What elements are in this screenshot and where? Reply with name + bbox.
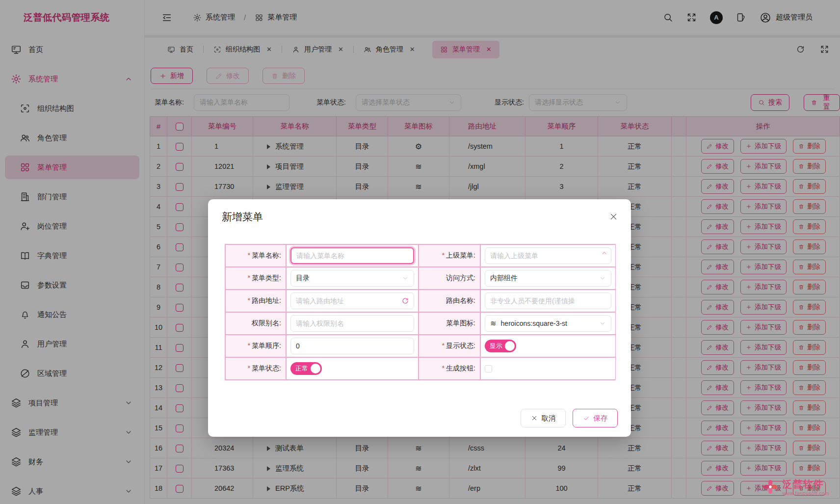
cancel-button[interactable]: 取消 <box>521 409 566 427</box>
gen-button-checkbox[interactable] <box>485 365 492 372</box>
menu-status-label: 菜单状态: <box>248 364 281 373</box>
pinwheel-logo-icon <box>762 478 779 495</box>
refresh-icon[interactable] <box>401 297 409 305</box>
parent-menu-label: 上级菜单: <box>442 251 475 260</box>
chevron-down-icon <box>599 320 606 327</box>
route-path-input[interactable] <box>290 292 414 309</box>
access-mode-label: 访问方式: <box>446 274 475 283</box>
parent-menu-input[interactable] <box>485 247 611 264</box>
display-status-toggle[interactable]: 显示 <box>485 340 516 352</box>
vendor-watermark: 泛普软件 www.fanpusoft.com <box>762 477 829 496</box>
menu-icon-select[interactable]: ≋heroicons:square-3-st <box>485 315 611 332</box>
gen-button-label: 生成按钮: <box>442 364 475 373</box>
watermark-name: 泛普软件 <box>783 477 829 491</box>
access-mode-select[interactable]: 内部组件 <box>485 270 611 287</box>
add-menu-modal: 新增菜单 菜单名称: 上级菜单: 菜单类型: 目录 访问方式: 内部组件 路由地… <box>208 199 631 437</box>
menu-order-input[interactable] <box>290 338 414 354</box>
layers-icon: ≋ <box>490 319 497 328</box>
chevron-down-icon <box>599 275 606 282</box>
route-name-input[interactable] <box>485 292 611 309</box>
menu-name-input[interactable] <box>290 247 414 264</box>
display-status-label: 显示状态: <box>442 342 475 350</box>
menu-icon-label: 菜单图标: <box>446 319 475 328</box>
toggle-knob <box>311 364 320 373</box>
menu-type-label: 菜单类型: <box>248 274 281 283</box>
check-icon <box>583 415 590 422</box>
route-name-label: 路由名称: <box>446 296 475 305</box>
save-button[interactable]: 保存 <box>573 409 618 427</box>
route-path-label: 路由地址: <box>248 296 281 305</box>
chevron-up-icon <box>601 250 607 256</box>
menu-status-toggle[interactable]: 正常 <box>290 362 322 375</box>
close-icon[interactable] <box>609 212 618 221</box>
menu-type-select[interactable]: 目录 <box>290 270 414 287</box>
menu-order-label: 菜单顺序: <box>248 342 281 350</box>
menu-name-label: 菜单名称: <box>248 251 281 260</box>
modal-form: 菜单名称: 上级菜单: 菜单类型: 目录 访问方式: 内部组件 路由地址: 路由… <box>225 244 615 380</box>
watermark-url: www.fanpusoft.com <box>783 491 829 496</box>
toggle-knob <box>505 341 515 351</box>
modal-title: 新增菜单 <box>222 210 263 224</box>
app-root: 泛普低代码管理系统 首页 系统管理 组织结构图 角色管理 菜单管理 部门管理 岗… <box>0 0 840 504</box>
chevron-down-icon <box>402 275 409 282</box>
perm-alias-label: 权限别名: <box>252 319 281 328</box>
perm-alias-input[interactable] <box>290 315 414 332</box>
close-icon <box>531 415 538 422</box>
